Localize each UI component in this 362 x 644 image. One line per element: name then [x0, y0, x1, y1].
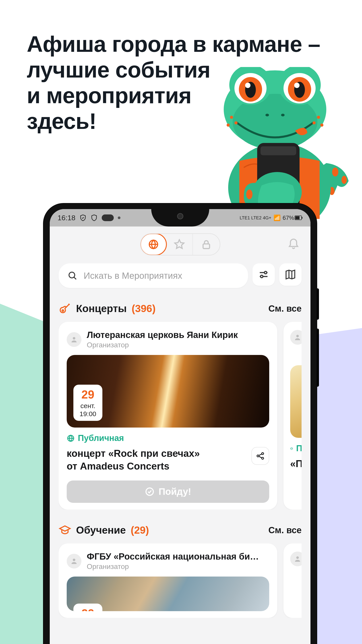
headline-line-1: Афиша города в кармане –	[27, 31, 335, 57]
svg-point-16	[265, 114, 269, 116]
avatar	[67, 332, 81, 347]
section-title: Обучение	[76, 524, 126, 536]
visibility-badge: Публичная	[67, 433, 269, 443]
see-all-link[interactable]: См. все	[268, 525, 302, 535]
share-icon	[256, 451, 265, 460]
segmented-control	[140, 233, 220, 256]
user-icon	[294, 555, 301, 563]
search-input[interactable]	[84, 271, 239, 281]
event-image	[290, 365, 302, 438]
gecko-mascot	[210, 67, 353, 219]
event-card-peek[interactable]	[284, 544, 302, 618]
globe-icon	[67, 434, 75, 442]
svg-point-14	[245, 83, 250, 88]
lock-icon	[201, 239, 212, 250]
organizer-role: Организатор	[87, 562, 269, 571]
svg-point-42	[262, 452, 264, 454]
svg-rect-31	[295, 216, 300, 219]
svg-rect-34	[203, 244, 209, 248]
star-icon	[174, 239, 185, 250]
svg-point-23	[320, 124, 323, 127]
svg-point-20	[227, 124, 230, 127]
phone-notch	[151, 209, 209, 226]
section-count: (396)	[132, 302, 156, 314]
see-all-link[interactable]: См. все	[268, 304, 302, 314]
share-button[interactable]	[251, 447, 269, 465]
event-card-peek[interactable]: П «П	[284, 322, 302, 510]
map-button[interactable]	[279, 263, 302, 286]
search-icon	[68, 271, 77, 280]
event-card[interactable]: Лютеранская церковь Яани Кирик Организат…	[59, 322, 277, 510]
search-box[interactable]	[59, 263, 248, 288]
svg-point-48	[296, 556, 299, 559]
event-card[interactable]: ФГБУ «Российская национальная би… Органи…	[59, 544, 277, 618]
going-button[interactable]: Пойду!	[67, 480, 269, 503]
organizer-role: Организатор	[87, 341, 238, 349]
svg-point-22	[313, 121, 316, 124]
graduation-cap-icon	[59, 524, 71, 536]
svg-point-47	[73, 559, 75, 561]
user-icon	[294, 334, 301, 341]
globe-icon	[290, 444, 293, 452]
date-badge: 29 сент. 19:00	[73, 385, 102, 421]
phone-side-button	[317, 328, 319, 387]
guitar-icon	[59, 302, 71, 315]
date-time: 19:00	[79, 410, 97, 418]
user-icon	[70, 336, 78, 343]
top-tab-bar	[50, 226, 311, 260]
svg-point-19	[234, 121, 237, 124]
avatar	[67, 554, 81, 568]
svg-point-35	[69, 272, 75, 278]
phone-side-button	[317, 288, 319, 320]
filter-button[interactable]	[252, 263, 275, 286]
avatar	[290, 330, 302, 345]
event-title-peek: «П	[290, 457, 302, 470]
svg-point-39	[73, 337, 75, 340]
svg-point-45	[296, 335, 299, 337]
visibility-badge: П	[290, 444, 302, 453]
svg-point-15	[294, 83, 300, 88]
svg-rect-32	[302, 217, 302, 219]
svg-point-0	[332, 168, 338, 176]
user-icon	[70, 557, 78, 565]
svg-point-1	[342, 176, 347, 184]
svg-point-36	[264, 272, 267, 274]
tab-globe[interactable]	[140, 233, 167, 256]
svg-point-43	[262, 457, 264, 459]
battery-icon	[295, 216, 303, 220]
notifications-button[interactable]	[287, 236, 300, 250]
svg-point-21	[317, 116, 320, 119]
tab-star[interactable]	[166, 234, 193, 255]
visibility-text: Публичная	[78, 433, 124, 443]
organizer-name: Лютеранская церковь Яани Кирик	[87, 330, 238, 340]
date-badge: 29	[73, 604, 102, 611]
tab-lock[interactable]	[193, 234, 220, 255]
date-month: сент.	[79, 402, 97, 410]
section-concerts: Концерты (396) См. все Лютеранская церко…	[50, 297, 311, 512]
going-button-label: Пойду!	[159, 486, 191, 497]
event-image: 29 сент. 19:00	[67, 355, 269, 428]
visibility-text: П	[296, 444, 302, 453]
svg-point-17	[281, 114, 285, 116]
check-circle-icon	[145, 487, 155, 496]
status-dot-icon	[118, 216, 120, 219]
status-battery: 67%	[283, 214, 294, 221]
shield-check-icon	[79, 214, 87, 221]
section-title: Концерты	[76, 302, 127, 314]
event-title: концерт «Rock при свечах» от Amadeus Con…	[67, 447, 245, 472]
svg-point-38	[62, 310, 64, 312]
phone-frame: 16:18 LTE1 LTE2 4G+ 📶 67%	[43, 204, 317, 644]
status-network-label: LTE1 LTE2 4G+	[240, 215, 271, 220]
status-pill-icon	[102, 214, 114, 221]
status-time: 16:18	[57, 214, 75, 222]
section-education: Обучение (29) См. все ФГБУ «Российская н…	[50, 518, 311, 620]
svg-rect-25	[260, 146, 296, 155]
svg-point-27	[246, 190, 252, 199]
map-icon	[285, 269, 296, 280]
section-count: (29)	[131, 524, 149, 536]
shield-icon	[91, 214, 98, 221]
bell-icon	[287, 236, 300, 249]
sliders-icon	[258, 269, 269, 280]
event-image: 29	[67, 576, 269, 611]
svg-point-41	[257, 455, 259, 457]
